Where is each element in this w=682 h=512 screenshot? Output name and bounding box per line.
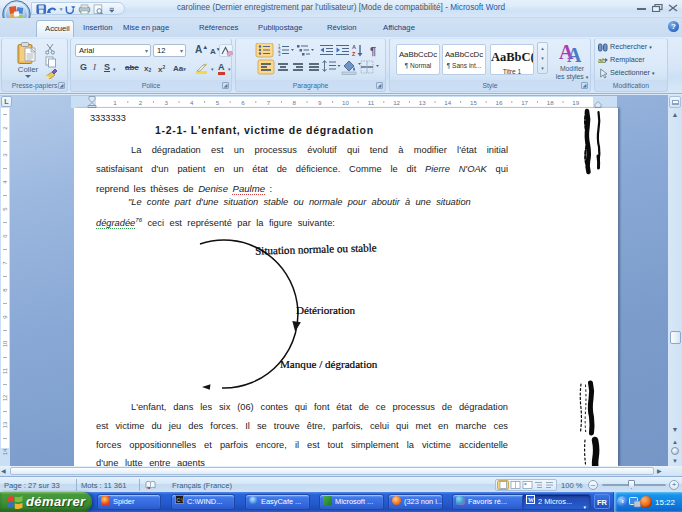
svg-text:A: A xyxy=(352,44,356,50)
svg-text:2: 2 xyxy=(139,99,143,106)
svg-text:11: 11 xyxy=(2,367,8,374)
svg-text:3: 3 xyxy=(278,52,281,57)
svg-text:6: 6 xyxy=(241,99,245,106)
svg-text:ab: ab xyxy=(598,57,606,64)
svg-text:7: 7 xyxy=(267,99,271,106)
svg-text:11: 11 xyxy=(368,99,375,106)
svg-text:18: 18 xyxy=(547,99,554,106)
svg-text:16: 16 xyxy=(496,99,503,106)
svg-text:¶: ¶ xyxy=(370,45,376,57)
svg-text:A: A xyxy=(567,44,582,63)
svg-text:1: 1 xyxy=(113,99,117,106)
svg-text:Z: Z xyxy=(352,51,356,57)
svg-text:13: 13 xyxy=(419,99,426,106)
svg-text:14: 14 xyxy=(2,448,8,455)
svg-text:2: 2 xyxy=(2,126,8,130)
svg-text:10: 10 xyxy=(2,340,8,347)
svg-text:8: 8 xyxy=(2,288,8,292)
svg-text:5: 5 xyxy=(2,207,8,211)
svg-text:7: 7 xyxy=(2,261,8,265)
svg-text:15: 15 xyxy=(470,99,477,106)
svg-text:12: 12 xyxy=(393,99,400,106)
svg-text:12: 12 xyxy=(2,394,8,401)
svg-text:14: 14 xyxy=(444,99,451,106)
svg-text:9: 9 xyxy=(2,315,8,319)
svg-text:17: 17 xyxy=(521,99,528,106)
svg-text:5: 5 xyxy=(216,99,220,106)
svg-text:10: 10 xyxy=(342,99,349,106)
svg-text:6: 6 xyxy=(2,234,8,238)
svg-text:3: 3 xyxy=(2,153,8,157)
svg-text:19: 19 xyxy=(572,99,579,106)
svg-text:3: 3 xyxy=(164,99,168,106)
svg-text:4: 4 xyxy=(2,180,8,184)
svg-text:9: 9 xyxy=(318,99,322,106)
svg-text:13: 13 xyxy=(2,421,8,428)
svg-text:8: 8 xyxy=(292,99,296,106)
svg-text:4: 4 xyxy=(190,99,194,106)
